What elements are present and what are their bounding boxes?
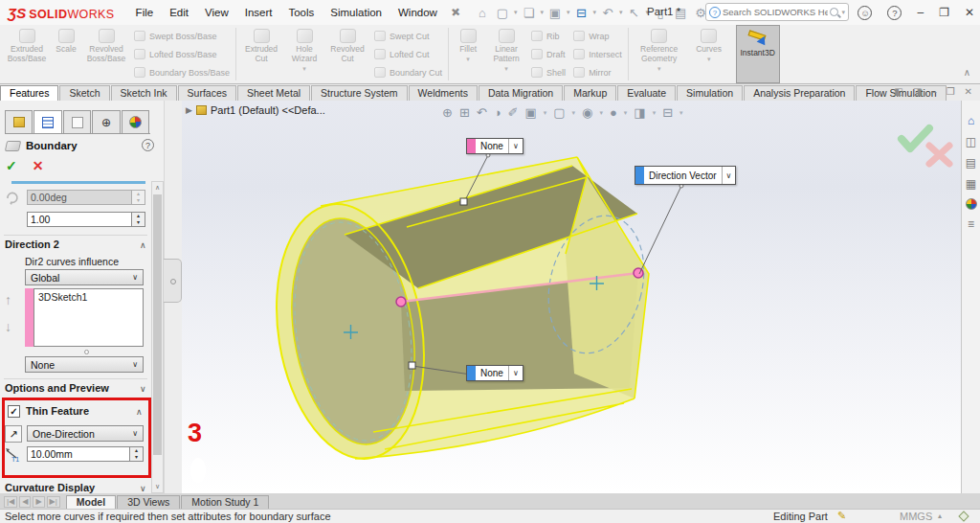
ribbon-collapse-icon[interactable]: ∧ [964, 67, 970, 78]
direction2-collapse-icon[interactable]: ∧ [140, 240, 146, 250]
menu-simulation[interactable]: Simulation [330, 7, 382, 18]
sketch-annotation-icon[interactable]: ✐ [508, 105, 519, 120]
extruded-boss-button[interactable]: Extruded Boss/Base [4, 25, 50, 83]
undo-flyout[interactable]: ▾ [619, 9, 623, 16]
pane-left-icon[interactable]: ◧ [894, 86, 902, 97]
lofted-boss-button[interactable]: Lofted Boss/Base [134, 49, 230, 59]
tab-data-migration[interactable]: Data Migration [479, 85, 563, 101]
tab-simulation[interactable]: Simulation [677, 85, 743, 101]
model-canvas[interactable] [182, 101, 961, 493]
callout-dropdown-icon[interactable]: ∨ [508, 139, 523, 153]
tab-model[interactable]: Model [66, 495, 116, 509]
profile-handle-top[interactable] [460, 198, 467, 205]
minimize-button[interactable]: – [917, 6, 924, 19]
menu-insert[interactable]: Insert [245, 7, 273, 18]
swept-cut-button[interactable]: Swept Cut [374, 31, 442, 41]
display-style-icon[interactable]: ▢ [553, 105, 565, 120]
pane-right-icon[interactable]: ◨ [913, 86, 922, 97]
confirm-check-icon[interactable] [902, 128, 929, 148]
view-orientation-icon[interactable]: ▣ [524, 105, 536, 120]
scale-button[interactable]: Scale [50, 25, 82, 83]
angle-input[interactable] [27, 190, 132, 205]
scroll-thumb[interactable] [153, 194, 162, 455]
rib-button[interactable]: Rib [531, 31, 566, 41]
curvature-dropdown[interactable]: None∨ [25, 356, 144, 373]
options-expand-icon[interactable]: ∨ [140, 384, 146, 394]
lofted-cut-button[interactable]: Lofted Cut [374, 49, 442, 59]
revolved-boss-button[interactable]: Revolved Boss/Base [82, 25, 130, 83]
hide-show-items-icon[interactable]: ◉ [582, 105, 592, 120]
open-flyout[interactable]: ▾ [541, 9, 545, 16]
section-view-icon[interactable]: ◑ [494, 105, 501, 120]
cancel-button[interactable]: ✕ [33, 158, 44, 173]
edit-sketch-icon[interactable]: ✎ [837, 510, 846, 522]
tab-property-manager[interactable] [33, 110, 61, 133]
menu-file[interactable]: File [136, 7, 154, 18]
tab-structure-system[interactable]: Structure System [311, 85, 408, 101]
mirror-button[interactable]: Mirror [573, 67, 622, 78]
curve-list-item[interactable]: 3DSketch1 [34, 289, 143, 305]
tab-evaluate[interactable]: Evaluate [617, 85, 676, 101]
wrap-button[interactable]: Wrap [573, 31, 622, 41]
apply-scene-icon[interactable]: ◨ [634, 105, 645, 120]
callout-dropdown-icon[interactable]: ∨ [722, 167, 736, 184]
next-tab-icon[interactable]: ▶ [33, 496, 44, 508]
appearances-icon[interactable] [966, 198, 977, 210]
search-scope-flyout[interactable]: ▾ [841, 9, 845, 16]
tab-sketch[interactable]: Sketch [59, 85, 109, 101]
menu-edit[interactable]: Edit [169, 7, 189, 18]
curvature-display-expand-icon[interactable]: ∨ [140, 484, 146, 493]
callout-direction-vector[interactable]: Direction Vector ∨ [635, 166, 736, 185]
tab-weldments[interactable]: Weldments [409, 85, 478, 101]
print-icon[interactable]: ⊟ [573, 6, 590, 20]
menu-tools[interactable]: Tools [288, 7, 314, 18]
new-document-icon[interactable]: ▢ [494, 6, 511, 20]
extruded-cut-button[interactable]: Extruded Cut [238, 25, 284, 83]
move-up-icon[interactable]: ↑ [5, 292, 11, 307]
tab-feature-manager[interactable] [5, 110, 33, 133]
select-icon[interactable]: ↖ [626, 6, 643, 20]
graphics-viewport[interactable]: ▶ Part1 (Default) <<Defa... ⊕ ⊞ ↶ ◑ ✐ ▣▾… [182, 101, 961, 493]
shell-button[interactable]: Shell [531, 67, 566, 78]
feature-help-icon[interactable]: ? [142, 139, 154, 151]
custom-properties-icon[interactable]: ≡ [968, 217, 974, 231]
pin-menu-icon[interactable]: ✚ [448, 4, 464, 20]
tab-display-manager[interactable] [122, 110, 149, 133]
previous-view-icon[interactable]: ↶ [477, 105, 487, 120]
file-explorer-icon[interactable]: ▦ [966, 177, 976, 191]
curve-endpoint-left[interactable] [396, 297, 406, 307]
tag-icon[interactable] [958, 511, 969, 521]
curves-listbox[interactable]: 3DSketch1 [33, 288, 144, 347]
callout-dropdown-icon[interactable]: ∨ [508, 366, 523, 380]
tab-sheet-metal[interactable]: Sheet Metal [237, 85, 310, 101]
last-tab-icon[interactable]: ▶| [47, 496, 60, 508]
boundary-cut-button[interactable]: Boundary Cut [374, 67, 442, 78]
print-flyout[interactable]: ▾ [593, 9, 597, 16]
tab-dimxpert-manager[interactable]: ⊕ [92, 110, 120, 133]
doc-restore-icon[interactable]: ❐ [947, 86, 955, 97]
draft-button[interactable]: Draft [531, 49, 566, 59]
confirm-cancel-icon[interactable] [929, 146, 949, 164]
tab-sketch-ink[interactable]: Sketch Ink [111, 85, 177, 101]
first-tab-icon[interactable]: |◀ [4, 496, 17, 508]
hole-wizard-button[interactable]: Hole Wizard▾ [284, 25, 324, 83]
curves-button[interactable]: Curves▾ [688, 25, 730, 83]
tangent-influence-input[interactable] [27, 212, 132, 227]
zoom-to-fit-icon[interactable]: ⊕ [442, 105, 453, 120]
design-library-icon[interactable]: ▤ [966, 156, 976, 170]
reference-geometry-button[interactable]: Reference Geometry▾ [631, 25, 688, 83]
units-dropdown-icon[interactable]: ▴ [938, 512, 942, 520]
swept-boss-button[interactable]: Swept Boss/Base [134, 31, 230, 41]
new-document-flyout[interactable]: ▾ [514, 9, 518, 16]
callout-profile-bottom[interactable]: None ∨ [466, 365, 523, 381]
panel-collapse-handle[interactable] [164, 259, 182, 303]
move-down-icon[interactable]: ↓ [5, 319, 11, 334]
tab-analysis-preparation[interactable]: Analysis Preparation [744, 85, 855, 101]
home-icon[interactable]: ⌂ [474, 6, 491, 20]
linear-pattern-button[interactable]: Linear Pattern▾ [485, 25, 527, 83]
account-icon[interactable]: ☺ [858, 6, 872, 20]
search-input[interactable] [721, 6, 830, 18]
tab-features[interactable]: Features [0, 85, 58, 101]
tangent-spinner[interactable]: ▴▾ [132, 212, 145, 227]
doc-minimize-icon[interactable]: – [931, 86, 937, 97]
